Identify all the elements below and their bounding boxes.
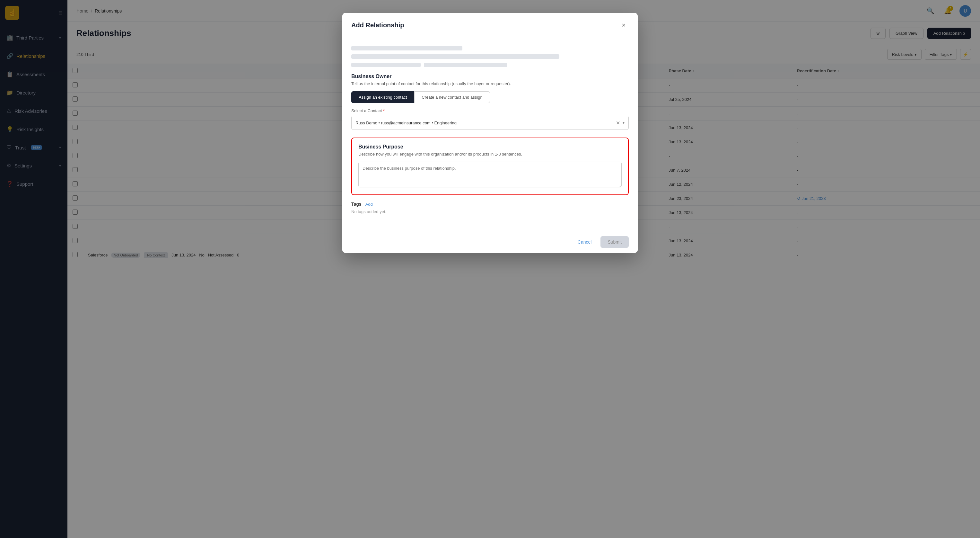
skeleton-bar-4 — [424, 63, 507, 67]
tab-create-new[interactable]: Create a new contact and assign — [414, 91, 490, 103]
tags-empty-message: No tags added yet. — [351, 209, 629, 214]
tags-row: Tags Add — [351, 201, 629, 207]
modal-close-button[interactable]: × — [619, 20, 629, 30]
select-contact-label: Select a Contact — [351, 108, 382, 113]
modal-overlay: Add Relationship × Business Owner Tell u… — [0, 0, 980, 538]
business-owner-title: Business Owner — [351, 73, 629, 79]
skeleton-bar-3 — [351, 63, 421, 67]
dropdown-arrow-icon[interactable]: ▾ — [623, 121, 625, 125]
business-purpose-section: Business Purpose Describe how you will e… — [351, 137, 629, 195]
cancel-button[interactable]: Cancel — [573, 237, 597, 247]
skeleton-bar-1 — [351, 46, 462, 51]
tags-section: Tags Add No tags added yet. — [351, 201, 629, 214]
business-purpose-description: Describe how you will engage with this o… — [358, 152, 622, 156]
business-owner-description: Tell us the internal point of contact fo… — [351, 81, 629, 86]
business-purpose-textarea[interactable] — [358, 162, 622, 187]
skeleton-loading — [351, 43, 629, 73]
clear-selection-button[interactable]: ✕ — [616, 120, 620, 126]
required-indicator: * — [383, 108, 385, 113]
modal-body: Business Owner Tell us the internal poin… — [342, 36, 638, 231]
business-purpose-title: Business Purpose — [358, 144, 622, 150]
tags-add-button[interactable]: Add — [366, 202, 373, 207]
modal-header: Add Relationship × — [342, 13, 638, 36]
business-owner-section: Business Owner Tell us the internal poin… — [351, 73, 629, 130]
modal-title: Add Relationship — [351, 22, 404, 29]
submit-button[interactable]: Submit — [600, 236, 629, 248]
contact-select-field[interactable]: Russ Demo • russ@acmeinsurance.com • Eng… — [351, 116, 629, 130]
select-field-actions: ✕ ▾ — [616, 120, 625, 126]
contact-select-value: Russ Demo • russ@acmeinsurance.com • Eng… — [355, 121, 613, 125]
modal-footer: Cancel Submit — [342, 231, 638, 253]
skeleton-bar-2 — [351, 54, 559, 59]
contact-tab-group: Assign an existing contact Create a new … — [351, 91, 629, 103]
tags-label: Tags — [351, 201, 361, 207]
tab-assign-existing[interactable]: Assign an existing contact — [351, 91, 414, 103]
add-relationship-modal: Add Relationship × Business Owner Tell u… — [342, 13, 638, 253]
